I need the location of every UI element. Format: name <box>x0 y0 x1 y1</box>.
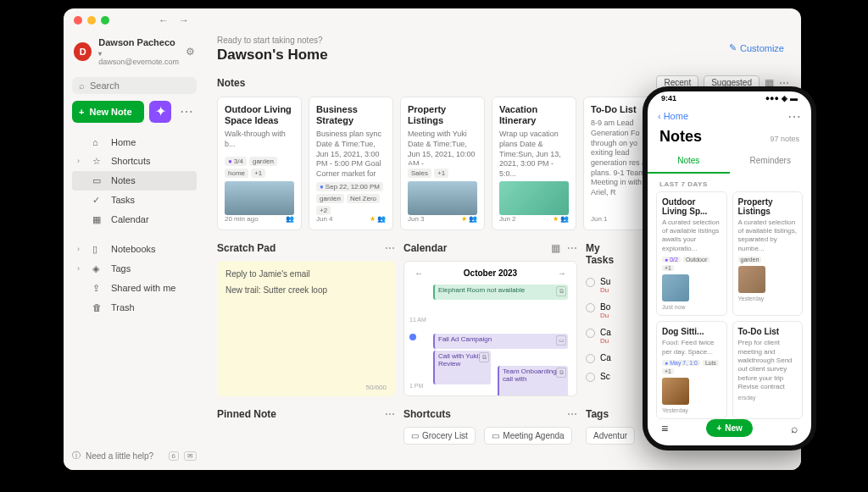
window-controls[interactable] <box>74 16 109 25</box>
tasks-title: My Tasks <box>586 242 628 266</box>
nav-tasks[interactable]: ✓Tasks <box>72 191 197 210</box>
help-link[interactable]: ⓘ Need a little help? 6 ✉ <box>72 450 197 462</box>
help-badge-2: ✉ <box>184 451 197 461</box>
note-card[interactable]: Business Strategy Business plan sync Dat… <box>309 97 393 230</box>
task-item[interactable]: SuDu <box>586 273 628 298</box>
calendar-icon: ▦ <box>92 214 104 225</box>
shortcut-item[interactable]: ▭Meeting Agenda <box>484 427 571 445</box>
mobile-note-card[interactable]: Property Listings A curated selection of… <box>732 191 804 317</box>
task-item[interactable]: CaDu <box>586 323 628 349</box>
note-snippet: Walk-through with b... <box>225 130 294 153</box>
widget-menu-icon[interactable]: ▦⋯ <box>551 242 577 254</box>
link-note-icon[interactable]: ⧉ <box>556 368 566 378</box>
task-radio[interactable] <box>586 303 595 312</box>
note-card[interactable]: Vacation Itinerary Wrap up vacation plan… <box>492 97 576 230</box>
calendar-add-icon[interactable]: ▦ <box>551 242 560 254</box>
mobile-note-card[interactable]: Dog Sitti... Food: Feed twice per day. S… <box>656 321 727 419</box>
share-icon: 👥 <box>377 215 386 223</box>
task-radio[interactable] <box>586 373 595 382</box>
link-note-icon[interactable]: ⧉ <box>556 286 566 296</box>
note-thumbnail <box>738 266 765 293</box>
close-dot[interactable] <box>74 16 82 25</box>
scratch-pad-widget: Scratch Pad⋯ Reply to Jamie's email New … <box>217 242 395 396</box>
search-field[interactable] <box>90 80 207 91</box>
nav-home[interactable]: ⌂Home <box>72 133 197 152</box>
cal-event[interactable]: Team Onboarding call with⧉ <box>498 366 568 396</box>
task-radio[interactable] <box>586 354 595 363</box>
task-item[interactable]: BoDu <box>586 298 628 323</box>
task-radio[interactable] <box>586 278 595 287</box>
search-icon[interactable]: ⌕ <box>791 422 798 435</box>
welcome-prompt: Ready to start taking notes? <box>217 36 789 45</box>
account-switcher[interactable]: D Dawson Pacheco ▾ dawson@evernote.com ⚙ <box>72 34 197 70</box>
nav-tags[interactable]: ›◈Tags <box>72 259 197 279</box>
task-radio[interactable] <box>586 329 595 338</box>
avatar: D <box>74 42 92 61</box>
link-note-icon[interactable]: ⧉ <box>479 352 489 362</box>
shortcut-item[interactable]: ▭Grocery List <box>403 427 476 445</box>
widget-menu-icon[interactable]: ⋯ <box>385 408 395 420</box>
cal-next-icon[interactable]: → <box>558 268 566 278</box>
page-title: Notes <box>659 128 702 146</box>
new-more-button[interactable]: ⋯ <box>176 103 197 119</box>
widget-menu-icon[interactable]: ⋯ <box>385 242 395 254</box>
settings-icon[interactable]: ⚙ <box>186 46 195 58</box>
history-nav[interactable]: ← → <box>159 14 189 26</box>
home-icon: ⌂ <box>92 137 104 147</box>
nav-notebooks[interactable]: ›▯Notebooks <box>72 240 197 259</box>
note-title: Property Listings <box>738 197 798 216</box>
mobile-app-mockup: 9:41 ●●●◈▬ ‹Home ⋯ Notes 97 notes Notes … <box>643 86 816 451</box>
tab-reminders[interactable]: Reminders <box>730 151 812 174</box>
mobile-note-card[interactable]: To-Do List Prep for client meeting and w… <box>732 321 804 419</box>
scratch-pad-textarea[interactable]: Reply to Jamie's email New trail: Sutter… <box>217 261 395 396</box>
sidebar: D Dawson Pacheco ▾ dawson@evernote.com ⚙… <box>64 32 205 470</box>
tag: 3/4 <box>225 157 247 166</box>
nav-notes[interactable]: ▭Notes <box>72 171 197 191</box>
star-icon: ★ <box>370 215 376 223</box>
section-label: LAST 7 DAYS <box>648 174 811 191</box>
new-note-button[interactable]: +New <box>706 419 752 437</box>
note-thumbnail <box>408 181 477 215</box>
customize-button[interactable]: ✎Customize <box>729 42 784 53</box>
scratch-line: New trail: Sutter creek loop <box>225 285 387 295</box>
search-icon: ⌕ <box>79 80 85 91</box>
note-title: Dog Sitti... <box>662 327 721 336</box>
cal-event[interactable]: Elephant Room not available⧉ <box>433 285 568 300</box>
cal-event[interactable]: Call with Yuki: Review⧉ <box>433 351 491 384</box>
mobile-note-card[interactable]: Outdoor Living Sp... A curated selection… <box>656 191 727 317</box>
nav-shortcuts[interactable]: ›☆Shortcuts <box>72 152 197 171</box>
search-input[interactable]: ⌕ ⌘⌥F <box>72 77 197 94</box>
nav-calendar[interactable]: ▦Calendar <box>72 210 197 229</box>
cal-time-label: 1 PM <box>409 383 423 389</box>
tag-item[interactable]: Adventur <box>586 427 635 445</box>
note-title: Outdoor Living Sp... <box>662 197 721 216</box>
shortcuts-title: Shortcuts <box>403 408 451 420</box>
link-note-icon[interactable]: ▭ <box>556 335 566 346</box>
widget-menu-icon[interactable]: ⋯ <box>567 408 577 420</box>
scratch-line: Reply to Jamie's email <box>225 269 387 279</box>
task-item[interactable]: Ca <box>586 349 628 368</box>
nav-shared[interactable]: ⇪Shared with me <box>72 279 197 298</box>
star-icon: ☆ <box>92 156 104 167</box>
task-icon: ✓ <box>92 195 104 206</box>
cal-event[interactable]: Fall Ad Campaign▭ <box>433 334 568 349</box>
ai-button[interactable]: ✦ <box>149 101 171 123</box>
nav-menu-icon[interactable]: ⋯ <box>787 108 801 124</box>
maximize-dot[interactable] <box>101 16 109 25</box>
char-counter: 50/600 <box>366 384 387 391</box>
back-icon[interactable]: ← <box>159 14 169 26</box>
forward-icon[interactable]: → <box>179 14 189 26</box>
note-card[interactable]: Outdoor Living Space Ideas Walk-through … <box>217 97 302 230</box>
tab-notes[interactable]: Notes <box>648 151 730 174</box>
new-note-button[interactable]: +New Note <box>72 101 144 123</box>
tasks-widget: My Tasks SuDu BoDu CaDu Ca Sc <box>586 242 628 396</box>
task-item[interactable]: Sc <box>586 368 628 386</box>
minimize-dot[interactable] <box>87 16 96 25</box>
cal-time-label: 11 AM <box>409 317 426 323</box>
note-card[interactable]: Property Listings Meeting with Yuki Date… <box>400 97 485 230</box>
tag-icon: ◈ <box>92 263 104 274</box>
hamburger-icon[interactable]: ≡ <box>661 422 668 435</box>
cal-prev-icon[interactable]: ← <box>415 268 423 278</box>
nav-trash[interactable]: 🗑Trash <box>72 298 197 317</box>
back-button[interactable]: ‹Home <box>658 111 688 121</box>
